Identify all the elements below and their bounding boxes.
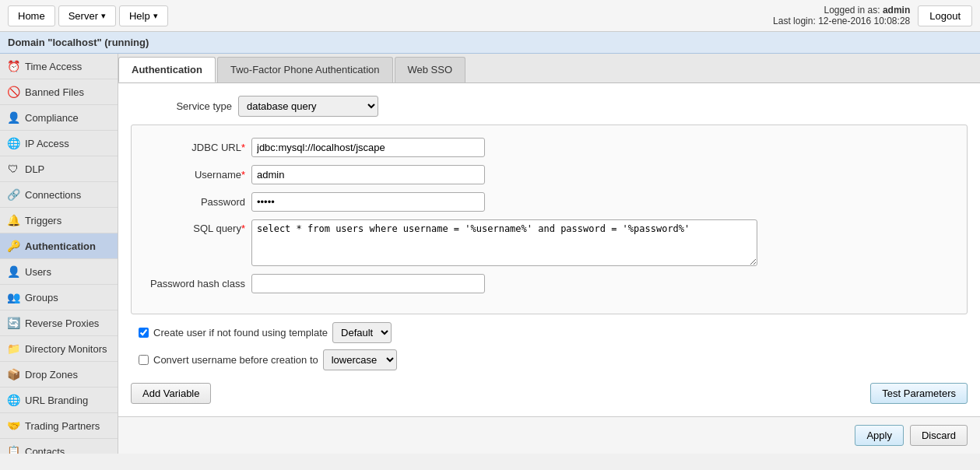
sql-required: * — [241, 223, 245, 234]
sidebar-item-groups[interactable]: 👥 Groups — [0, 285, 118, 310]
ip-access-icon: 🌐 — [6, 136, 20, 150]
service-type-row: Service type database query LDAP Local R… — [131, 96, 968, 117]
create-user-template-select[interactable]: Default Admin User — [332, 322, 392, 343]
directory-monitors-icon: 📁 — [6, 342, 20, 356]
sql-query-row: SQL query* select * from users where use… — [144, 219, 954, 266]
content-area: Authentication Two-Factor Phone Authenti… — [118, 54, 980, 454]
convert-username-checkbox[interactable] — [139, 355, 149, 365]
convert-username-select[interactable]: lowercase uppercase none — [323, 349, 397, 370]
sidebar-item-contacts[interactable]: 📋 Contacts — [0, 439, 118, 454]
tab-two-factor[interactable]: Two-Factor Phone Authentication — [217, 57, 393, 82]
sql-query-label: SQL query* — [144, 223, 245, 234]
sidebar-item-label: Users — [25, 266, 51, 278]
top-nav: Home Server Help Logged in as: admin Las… — [0, 0, 980, 32]
password-label: Password — [144, 196, 245, 208]
sidebar-item-authentication[interactable]: 🔑 Authentication — [0, 233, 118, 259]
password-input[interactable] — [251, 192, 485, 212]
sidebar-item-label: IP Access — [25, 138, 69, 149]
logged-in-label: Logged in as: — [824, 5, 880, 16]
username-required: * — [241, 169, 245, 181]
sidebar-item-label: Time Access — [25, 61, 82, 72]
action-row: Add Variable Test Parameters — [131, 383, 968, 404]
help-button[interactable]: Help — [119, 5, 168, 26]
contacts-icon: 📋 — [6, 444, 20, 454]
sidebar-item-users[interactable]: 👤 Users — [0, 259, 118, 285]
nav-left: Home Server Help — [8, 5, 168, 26]
sidebar-item-label: Contacts — [25, 446, 65, 454]
jdbc-url-label: JDBC URL* — [144, 142, 245, 153]
server-button[interactable]: Server — [58, 5, 116, 26]
jdbc-required: * — [241, 142, 245, 153]
sidebar-item-label: Trading Partners — [25, 420, 100, 432]
sidebar-item-drop-zones[interactable]: 📦 Drop Zones — [0, 362, 118, 388]
sidebar-item-label: Compliance — [25, 112, 79, 124]
sidebar-item-reverse-proxies[interactable]: 🔄 Reverse Proxies — [0, 310, 118, 336]
sql-query-textarea[interactable]: select * from users where username = '%u… — [251, 219, 757, 266]
sidebar-item-label: Drop Zones — [25, 369, 78, 381]
sidebar-item-ip-access[interactable]: 🌐 IP Access — [0, 131, 118, 156]
password-hash-input[interactable] — [251, 274, 485, 293]
service-type-label: Service type — [131, 100, 232, 112]
username-row: Username* — [144, 165, 954, 184]
username-label: Username* — [144, 169, 245, 181]
logout-button[interactable]: Logout — [918, 5, 972, 26]
last-login-label: Last login: — [773, 16, 816, 26]
discard-button[interactable]: Discard — [910, 425, 968, 446]
sidebar-item-label: Banned Files — [25, 86, 84, 98]
authentication-icon: 🔑 — [6, 239, 20, 253]
apply-button[interactable]: Apply — [855, 425, 904, 446]
last-login-value: 12-ene-2016 10:08:28 — [818, 16, 910, 26]
sidebar-item-label: Groups — [25, 292, 58, 303]
bottom-bar: Apply Discard — [118, 416, 980, 454]
sidebar-item-banned-files[interactable]: 🚫 Banned Files — [0, 79, 118, 105]
sidebar-item-label: Triggers — [25, 215, 61, 226]
tab-web-sso[interactable]: Web SSO — [395, 57, 466, 82]
nav-right: Logged in as: admin Last login: 12-ene-2… — [773, 5, 972, 26]
sidebar-item-label: Directory Monitors — [25, 343, 107, 355]
time-access-icon: ⏰ — [6, 59, 20, 73]
dlp-icon: 🛡 — [6, 162, 20, 176]
sidebar-item-label: Connections — [25, 189, 81, 201]
sidebar-item-trading-partners[interactable]: 🤝 Trading Partners — [0, 413, 118, 439]
content-panel: Service type database query LDAP Local R… — [118, 83, 980, 416]
sidebar-item-triggers[interactable]: 🔔 Triggers — [0, 208, 118, 233]
jdbc-url-input[interactable] — [251, 138, 485, 157]
sidebar-item-label: DLP — [25, 163, 44, 175]
sidebar-item-dlp[interactable]: 🛡 DLP — [0, 156, 118, 182]
sidebar-item-connections[interactable]: 🔗 Connections — [0, 182, 118, 208]
sidebar-item-label: Authentication — [25, 240, 96, 252]
jdbc-url-row: JDBC URL* — [144, 138, 954, 157]
drop-zones-icon: 📦 — [6, 367, 20, 381]
users-icon: 👤 — [6, 265, 20, 279]
password-row: Password — [144, 192, 954, 212]
reverse-proxies-icon: 🔄 — [6, 316, 20, 330]
add-variable-button[interactable]: Add Variable — [131, 383, 211, 404]
password-hash-row: Password hash class — [144, 274, 954, 293]
url-branding-icon: 🌐 — [6, 393, 20, 407]
username-input[interactable] — [251, 165, 485, 184]
test-parameters-button[interactable]: Test Parameters — [870, 383, 968, 404]
password-hash-label: Password hash class — [144, 278, 245, 289]
compliance-icon: 👤 — [6, 110, 20, 125]
main-layout: ⏰ Time Access 🚫 Banned Files 👤 Complianc… — [0, 54, 980, 454]
create-user-label: Create user if not found using template — [153, 327, 328, 338]
tab-authentication[interactable]: Authentication — [118, 57, 216, 82]
triggers-icon: 🔔 — [6, 213, 20, 227]
trading-partners-icon: 🤝 — [6, 419, 20, 433]
sidebar-item-label: URL Branding — [25, 395, 88, 406]
connections-icon: 🔗 — [6, 188, 20, 202]
service-type-select[interactable]: database query LDAP Local RADIUS SAML Ac… — [238, 96, 378, 117]
banned-files-icon: 🚫 — [6, 85, 20, 99]
home-button[interactable]: Home — [8, 5, 55, 26]
sidebar: ⏰ Time Access 🚫 Banned Files 👤 Complianc… — [0, 54, 118, 454]
user-info: Logged in as: admin Last login: 12-ene-2… — [773, 5, 910, 26]
sidebar-item-time-access[interactable]: ⏰ Time Access — [0, 54, 118, 79]
groups-icon: 👥 — [6, 290, 20, 304]
sidebar-item-compliance[interactable]: 👤 Compliance — [0, 105, 118, 131]
convert-username-label: Convert username before creation to — [153, 354, 318, 366]
create-user-checkbox[interactable] — [139, 328, 149, 338]
convert-username-row: Convert username before creation to lowe… — [139, 349, 968, 370]
sidebar-item-url-branding[interactable]: 🌐 URL Branding — [0, 388, 118, 413]
username-label: admin — [883, 5, 910, 16]
sidebar-item-directory-monitors[interactable]: 📁 Directory Monitors — [0, 336, 118, 362]
